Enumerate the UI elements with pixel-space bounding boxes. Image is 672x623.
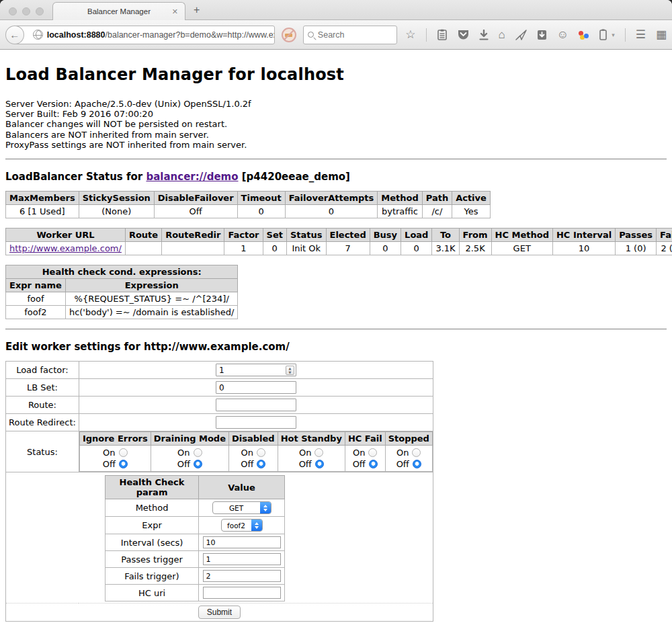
lb-set-input[interactable] xyxy=(216,381,296,394)
load-factor-input[interactable] xyxy=(216,364,296,376)
header-cell: Expression xyxy=(65,279,238,292)
send-tab-icon[interactable] xyxy=(515,30,527,40)
radio-off-label: Off xyxy=(177,458,190,470)
radio-on-label: On xyxy=(396,447,409,458)
back-button[interactable]: ← xyxy=(5,26,24,44)
radio-on-label: On xyxy=(353,447,365,458)
colors-addon-icon[interactable] xyxy=(579,30,589,40)
hc-interval-cell xyxy=(199,534,285,551)
hc-expr-row: Expr foof2 xyxy=(106,517,285,534)
ignore-errors-off-radio[interactable] xyxy=(119,460,128,468)
expr-value-cell: hc('body') =~ /domain is established/ xyxy=(65,306,238,319)
route-input[interactable] xyxy=(216,399,296,411)
search-input[interactable] xyxy=(318,30,385,40)
method-select[interactable]: GET xyxy=(212,501,271,514)
passes-input[interactable] xyxy=(203,553,281,565)
hc-passes-label: Passes trigger xyxy=(106,551,199,568)
cell: bytraffic xyxy=(378,205,422,218)
form-row-route: Route: xyxy=(6,397,433,414)
menu-hamburger-icon[interactable]: ☰ xyxy=(636,29,646,40)
radio-on-label: On xyxy=(241,447,253,458)
number-stepper-icon[interactable]: ▲▼ xyxy=(286,366,294,375)
draining-mode-on-radio[interactable] xyxy=(194,448,202,457)
tab-balancer-manager[interactable]: Balancer Manager ✕ xyxy=(52,2,185,20)
tab-groups-grid-icon[interactable]: ▦ xyxy=(656,29,667,40)
search-bar[interactable] xyxy=(303,26,397,44)
tab-close-icon[interactable]: ✕ xyxy=(172,7,178,16)
window-controls xyxy=(9,7,44,15)
device-battery-icon[interactable] xyxy=(599,29,607,40)
proxypass-notice-line: ProxyPass settings are NOT inherited fro… xyxy=(5,140,667,150)
submit-cell: Submit xyxy=(6,604,433,622)
pocket-icon[interactable] xyxy=(458,30,469,40)
window-close-button[interactable] xyxy=(9,7,17,15)
status-cell: Ignore Errors Draining Mode Disabled Hot… xyxy=(79,431,433,472)
expr-select[interactable]: foof2 xyxy=(221,519,263,532)
header-cell: Disabled xyxy=(228,432,278,446)
radio-off-label: Off xyxy=(241,458,253,470)
load-factor-label: Load factor: xyxy=(6,362,79,379)
route-redirect-input[interactable] xyxy=(216,416,296,429)
hc-fail-off-radio[interactable] xyxy=(369,460,378,468)
stopped-on-radio[interactable] xyxy=(412,448,421,457)
cell: 10 xyxy=(552,242,615,255)
header-cell: Health Check param xyxy=(106,476,199,499)
load-factor-cell: ▲▼ xyxy=(79,362,433,379)
expr-name-cell: foof2 xyxy=(6,306,66,319)
header-cell: RouteRedir xyxy=(162,229,224,242)
url-path: /balancer-manager?b=demo&w=http://www.ex… xyxy=(106,30,276,40)
worker-row: http://www.example.com/ 1 0 Init Ok 7 0 … xyxy=(6,242,672,255)
header-cell: Fails xyxy=(657,229,672,242)
fails-input[interactable] xyxy=(203,570,281,582)
clipboard-icon[interactable] xyxy=(437,29,448,40)
radio-off-label: Off xyxy=(353,458,366,470)
downloads-icon[interactable] xyxy=(479,30,489,40)
loadbalancer-status-heading: LoadBalancer Status for balancer://demo … xyxy=(5,171,667,183)
status-hc-fail-cell: On Off xyxy=(345,446,385,472)
draining-mode-off-radio[interactable] xyxy=(194,460,202,468)
interval-input[interactable] xyxy=(203,536,281,548)
status-hot-standby-cell: On Off xyxy=(278,446,345,472)
page-content: Load Balancer Manager for localhost Serv… xyxy=(0,50,672,623)
header-cell: HC Interval xyxy=(552,229,615,242)
url-text[interactable]: localhost:8880/balancer-manager?b=demo&w… xyxy=(47,30,275,40)
persist-notice-line: Balancer changes will NOT be persisted o… xyxy=(5,119,667,129)
hc-header-row: Health Check param Value xyxy=(106,476,285,499)
hc-fail-on-radio[interactable] xyxy=(368,448,377,457)
hc-expr-label: Expr xyxy=(106,517,199,534)
cell: 2 (0) xyxy=(657,242,672,255)
home-icon[interactable]: ⌂ xyxy=(499,29,505,40)
hc-interval-label: Interval (secs) xyxy=(106,534,199,551)
status-draining-mode-cell: On Off xyxy=(151,446,228,472)
route-label: Route: xyxy=(6,397,79,414)
stopped-off-radio[interactable] xyxy=(413,460,421,468)
disabled-off-radio[interactable] xyxy=(257,460,265,468)
new-tab-button[interactable]: + xyxy=(194,4,200,16)
header-cell: HC Method xyxy=(491,229,552,242)
table-row: 6 [1 Used] (None) Off 0 0 bytraffic /c/ … xyxy=(6,205,491,218)
hc-uri-input[interactable] xyxy=(203,587,281,599)
overflow-caret-icon[interactable]: ▾ xyxy=(612,32,615,38)
submit-button[interactable]: Submit xyxy=(198,606,241,619)
site-identity-globe-icon[interactable] xyxy=(33,30,43,40)
cell: 1 xyxy=(224,242,263,255)
save-panel-icon[interactable] xyxy=(537,30,547,40)
disabled-on-radio[interactable] xyxy=(257,448,265,457)
expr-value-cell: %{REQUEST_STATUS} =~ /^[234]/ xyxy=(65,292,238,306)
cell: 0 xyxy=(370,242,401,255)
feedback-smiley-icon[interactable]: ☺ xyxy=(557,29,569,40)
window-zoom-button[interactable] xyxy=(36,7,44,15)
server-version-line: Server Version: Apache/2.5.0-dev (Unix) … xyxy=(5,99,667,109)
balancer-demo-link[interactable]: balancer://demo xyxy=(146,171,238,183)
route-redirect-label: Route Redirect: xyxy=(6,414,79,431)
content-block-icon[interactable] xyxy=(282,28,296,42)
ignore-errors-on-radio[interactable] xyxy=(119,448,128,457)
header-cell: Worker URL xyxy=(6,229,126,242)
worker-url-link[interactable]: http://www.example.com/ xyxy=(9,243,122,253)
bookmark-star-icon[interactable]: ☆ xyxy=(405,29,415,40)
window-minimize-button[interactable] xyxy=(22,7,30,15)
hot-standby-on-radio[interactable] xyxy=(314,448,323,457)
hot-standby-off-radio[interactable] xyxy=(315,460,324,468)
url-bar[interactable]: localhost:8880/balancer-manager?b=demo&w… xyxy=(15,26,275,44)
cell: 0 xyxy=(285,205,378,218)
